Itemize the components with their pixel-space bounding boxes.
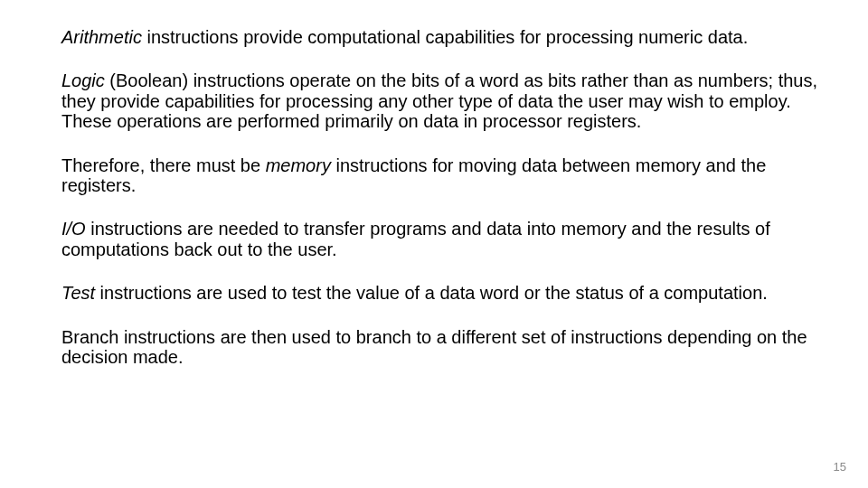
term-io: I/O (61, 219, 86, 239)
paragraph-branch: Branch instructions are then used to bra… (61, 327, 825, 368)
paragraph-io: I/O instructions are needed to transfer … (61, 219, 825, 259)
term-arithmetic: Arithmetic (61, 27, 142, 47)
text-arithmetic: instructions provide computational capab… (142, 27, 748, 47)
text-test: instructions are used to test the value … (95, 283, 768, 303)
text-logic: (Boolean) instructions operate on the bi… (61, 70, 817, 131)
paragraph-arithmetic: Arithmetic instructions provide computat… (61, 27, 825, 47)
page-number: 15 (834, 460, 846, 474)
paragraph-test: Test instructions are used to test the v… (61, 283, 825, 303)
text-branch: Branch instructions are then used to bra… (61, 327, 807, 367)
text-memory-pre: Therefore, there must be (61, 155, 266, 175)
term-memory: memory (266, 155, 331, 175)
text-io: instructions are needed to transfer prog… (61, 219, 770, 258)
paragraph-memory: Therefore, there must be memory instruct… (61, 155, 825, 196)
slide: Arithmetic instructions provide computat… (0, 0, 868, 488)
term-logic: Logic (61, 70, 105, 90)
term-test: Test (61, 283, 95, 303)
paragraph-logic: Logic (Boolean) instructions operate on … (61, 70, 825, 131)
